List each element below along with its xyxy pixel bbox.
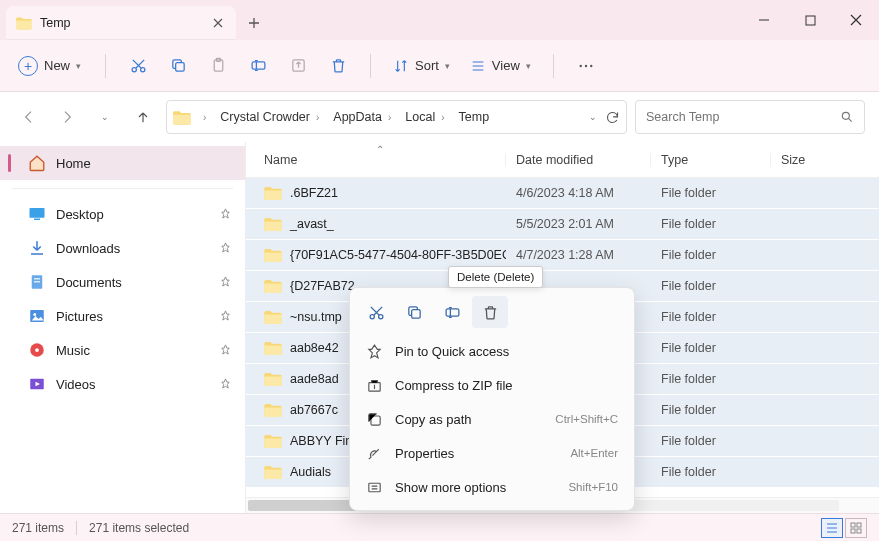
cut-button[interactable] [120, 48, 156, 84]
file-name: .6BFZ21 [290, 186, 338, 200]
tab-close-button[interactable] [210, 15, 226, 31]
window-controls [741, 0, 879, 40]
share-button[interactable] [280, 48, 316, 84]
folder-icon [264, 186, 282, 200]
sidebar-item-desktop[interactable]: Desktop [0, 197, 245, 231]
column-type[interactable]: Type [651, 153, 771, 167]
file-type: File folder [651, 248, 771, 262]
sidebar: Home DesktopDownloadsDocumentsPicturesMu… [0, 142, 246, 513]
context-menu-item[interactable]: Pin to Quick access [356, 334, 628, 368]
pictures-icon [28, 307, 46, 325]
svg-rect-30 [857, 523, 861, 527]
videos-icon [28, 375, 46, 393]
breadcrumb-chev[interactable]: › [197, 110, 212, 125]
view-button[interactable]: View ▾ [462, 48, 539, 84]
ctx-copy-button[interactable] [396, 296, 432, 328]
file-type: File folder [651, 217, 771, 231]
sidebar-item-label: Pictures [56, 309, 103, 324]
context-menu-item[interactable]: PropertiesAlt+Enter [356, 436, 628, 470]
breadcrumb[interactable]: Local› [403, 108, 450, 126]
tab-title: Temp [40, 16, 202, 30]
delete-button[interactable] [320, 48, 356, 84]
svg-rect-16 [34, 281, 40, 282]
more-button[interactable] [568, 48, 604, 84]
folder-icon [16, 16, 32, 30]
rename-button[interactable] [240, 48, 276, 84]
sidebar-item-music[interactable]: Music [0, 333, 245, 367]
window-tab[interactable]: Temp [6, 6, 236, 40]
documents-icon [28, 273, 46, 291]
file-type: File folder [651, 465, 771, 479]
chevron-down-icon[interactable]: ⌄ [589, 112, 597, 122]
file-name: aade8ad [290, 372, 339, 386]
refresh-button[interactable] [605, 110, 620, 125]
breadcrumb[interactable]: Temp [457, 108, 492, 126]
svg-point-11 [842, 112, 849, 119]
svg-point-22 [370, 314, 374, 318]
table-row[interactable]: .6BFZ214/6/2023 4:18 AMFile folder [246, 178, 879, 209]
ctx-rename-button[interactable] [434, 296, 470, 328]
table-row[interactable]: {70F91AC5-5477-4504-80FF-3B5D0EC79D…4/7/… [246, 240, 879, 271]
svg-point-8 [579, 64, 581, 66]
up-button[interactable] [128, 109, 158, 125]
file-type: File folder [651, 279, 771, 293]
close-window-button[interactable] [833, 0, 879, 40]
sort-button[interactable]: Sort ▾ [385, 48, 458, 84]
thumbnails-view-button[interactable] [845, 518, 867, 538]
svg-point-1 [132, 68, 136, 72]
folder-icon [264, 372, 282, 386]
ctx-delete-button[interactable] [472, 296, 508, 328]
svg-rect-13 [34, 219, 40, 221]
search-box[interactable] [635, 100, 865, 134]
new-button-label: New [44, 58, 70, 73]
context-menu-item[interactable]: Copy as pathCtrl+Shift+C [356, 402, 628, 436]
sidebar-home[interactable]: Home [0, 146, 245, 180]
folder-icon [264, 279, 282, 293]
new-tab-button[interactable] [236, 6, 272, 40]
paste-button[interactable] [200, 48, 236, 84]
table-row[interactable]: _avast_5/5/2023 2:01 AMFile folder [246, 209, 879, 240]
menu-item-icon [366, 445, 383, 462]
column-size[interactable]: Size [771, 153, 879, 167]
separator [12, 188, 233, 189]
search-input[interactable] [646, 110, 840, 124]
sidebar-item-pictures[interactable]: Pictures [0, 299, 245, 333]
context-menu-item[interactable]: Show more optionsShift+F10 [356, 470, 628, 504]
maximize-button[interactable] [787, 0, 833, 40]
pin-icon [220, 242, 231, 255]
back-button[interactable] [14, 109, 44, 125]
breadcrumb[interactable]: AppData› [331, 108, 397, 126]
menu-item-shortcut: Ctrl+Shift+C [555, 413, 618, 425]
pin-icon [220, 276, 231, 289]
menu-item-icon [366, 343, 383, 360]
copy-button[interactable] [160, 48, 196, 84]
svg-rect-0 [806, 16, 815, 25]
context-menu-item[interactable]: Compress to ZIP file [356, 368, 628, 402]
file-name: Audials [290, 465, 331, 479]
menu-item-icon [366, 479, 383, 496]
chevron-down-icon: ▾ [526, 61, 531, 71]
file-name: {D27FAB72 [290, 279, 355, 293]
new-button[interactable]: + New ▾ [14, 52, 91, 80]
file-type: File folder [651, 310, 771, 324]
separator [76, 521, 77, 535]
pin-icon [220, 378, 231, 391]
ctx-cut-button[interactable] [358, 296, 394, 328]
sidebar-item-label: Documents [56, 275, 122, 290]
sidebar-item-videos[interactable]: Videos [0, 367, 245, 401]
sidebar-item-documents[interactable]: Documents [0, 265, 245, 299]
file-date: 5/5/2023 2:01 AM [506, 217, 651, 231]
details-view-button[interactable] [821, 518, 843, 538]
column-date[interactable]: Date modified [506, 153, 651, 167]
separator [105, 54, 106, 78]
breadcrumb[interactable]: Crystal Crowder› [218, 108, 325, 126]
forward-button[interactable] [52, 109, 82, 125]
toolbar: + New ▾ Sort ▾ View ▾ [0, 40, 879, 92]
svg-point-10 [590, 64, 592, 66]
address-bar[interactable]: › Crystal Crowder› AppData› Local› Temp … [166, 100, 627, 134]
delete-tooltip: Delete (Delete) [448, 266, 543, 288]
sidebar-item-downloads[interactable]: Downloads [0, 231, 245, 265]
minimize-button[interactable] [741, 0, 787, 40]
recent-button[interactable]: ⌄ [90, 112, 120, 122]
svg-rect-31 [851, 529, 855, 533]
